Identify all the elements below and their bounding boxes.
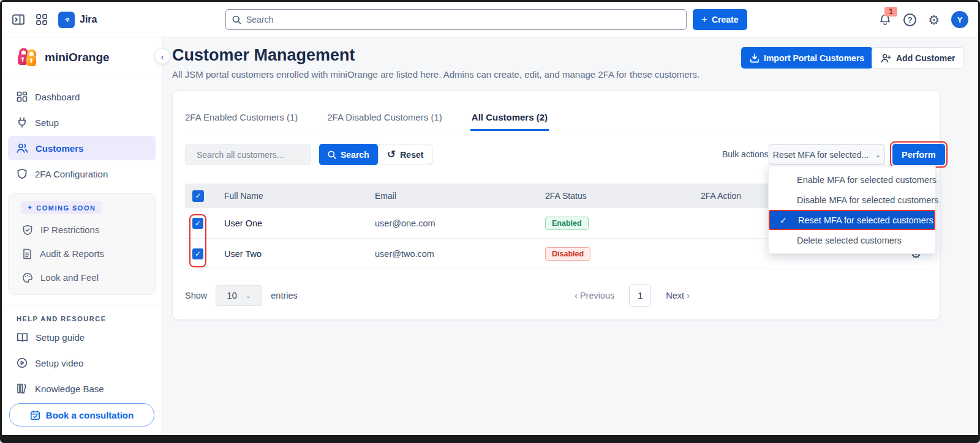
customer-name: User Two xyxy=(217,249,368,259)
perform-button[interactable]: Perform xyxy=(892,144,945,165)
sparkle-icon: ✦ xyxy=(27,204,32,212)
sidebar-item-audit-reports[interactable]: Audit & Reports xyxy=(9,242,155,266)
shield-check-icon xyxy=(22,225,33,236)
calendar-icon xyxy=(30,410,40,420)
shield-icon xyxy=(17,168,28,179)
play-circle-icon xyxy=(17,357,28,368)
page-number-button[interactable]: 1 xyxy=(629,285,651,307)
sidebar-item-label: Look and Feel xyxy=(40,272,99,283)
user-avatar[interactable]: Y xyxy=(951,11,968,28)
create-button[interactable]: + Create xyxy=(693,9,747,30)
x-icon: ✕ xyxy=(691,250,696,258)
column-header-2fa-status: 2FA Status xyxy=(538,191,693,201)
menu-item-reset-mfa[interactable]: ✓ Reset MFA for selected customers xyxy=(769,210,935,230)
sidebar-item-label: Knowledge Base xyxy=(35,384,104,394)
sidebar-item-label: Dashboard xyxy=(35,92,80,102)
page-title: Customer Management xyxy=(172,46,355,65)
sidebar-item-ip-restrictions[interactable]: IP Restrictions xyxy=(9,218,155,242)
sidebar-item-label: IP Restrictions xyxy=(40,225,99,235)
chevron-left-icon: ‹ xyxy=(575,291,578,300)
customer-search-input[interactable] xyxy=(197,150,307,160)
notifications-button[interactable]: 1 xyxy=(878,13,892,26)
select-all-checkbox[interactable]: ✓ xyxy=(192,190,204,202)
jira-home-link[interactable]: » Jira xyxy=(58,12,97,28)
menu-item-disable-mfa[interactable]: Disable MFA for selected customers xyxy=(769,190,935,210)
column-header-full-name: Full Name xyxy=(217,191,368,201)
perform-annotation-highlight: Perform xyxy=(890,141,948,168)
row-checkbox[interactable]: ✓ xyxy=(192,248,203,259)
sidebar-item-customers[interactable]: Customers xyxy=(8,136,156,160)
tab-all-customers[interactable]: All Customers (2) xyxy=(470,108,549,131)
toggle-knob xyxy=(688,225,699,236)
coming-soon-card: ✦ COMING SOON IP Restrictions Audit & Re… xyxy=(8,193,156,295)
brand-header: miniOrange xyxy=(2,37,162,76)
menu-item-enable-mfa[interactable]: Enable MFA for selected customers xyxy=(769,169,935,190)
book-open-icon xyxy=(17,332,28,343)
coming-soon-badge: ✦ COMING SOON xyxy=(21,201,102,214)
help-icon[interactable]: ? xyxy=(903,13,916,26)
app-switcher-icon[interactable] xyxy=(35,13,48,26)
global-search-input[interactable] xyxy=(246,15,680,24)
search-icon xyxy=(328,151,336,159)
bulk-actions-dropdown[interactable]: Reset MFA for selected... ⌄ xyxy=(769,144,885,165)
sidebar-item-label: Setup video xyxy=(35,358,83,368)
reset-button[interactable]: ↺ Reset xyxy=(378,144,432,165)
customer-email: user@one.com xyxy=(368,218,538,228)
sidebar-item-label: 2FA Configuration xyxy=(35,169,108,179)
check-icon: ✓ xyxy=(705,219,710,227)
menu-item-delete-customers[interactable]: Delete selected customers xyxy=(769,230,935,250)
search-button[interactable]: Search xyxy=(319,144,378,165)
customer-search-box[interactable] xyxy=(185,144,311,165)
top-navigation-bar: » Jira + Create 1 ? ⚙ Y xyxy=(2,2,978,37)
import-portal-customers-button[interactable]: Import Portal Customers xyxy=(741,47,873,69)
sidebar-item-label: Setup xyxy=(35,117,59,128)
settings-gear-icon[interactable]: ⚙ xyxy=(928,13,940,26)
add-customer-button[interactable]: Add Customer xyxy=(872,47,964,69)
add-user-icon xyxy=(881,53,891,63)
sidebar-item-label: Audit & Reports xyxy=(40,248,104,259)
divider xyxy=(2,78,162,78)
next-page-button[interactable]: Next › xyxy=(666,291,690,300)
book-consultation-button[interactable]: Book a consultation xyxy=(9,403,154,426)
page-size-select[interactable]: 10 ⌄ xyxy=(216,285,262,306)
brand-name: miniOrange xyxy=(45,51,110,64)
sidebar-item-look-and-feel[interactable]: Look and Feel xyxy=(9,266,155,289)
notification-badge: 1 xyxy=(884,7,897,17)
customers-icon xyxy=(17,143,28,154)
sidebar-toggle-icon[interactable] xyxy=(12,13,25,26)
app-window: » Jira + Create 1 ? ⚙ Y xyxy=(0,0,980,443)
help-section-title: HELP AND RESOURCE xyxy=(17,315,162,322)
show-label: Show xyxy=(185,291,207,300)
sidebar-item-label: Setup guide xyxy=(36,332,85,343)
check-icon: ✓ xyxy=(780,215,787,225)
sidebar-item-setup[interactable]: Setup xyxy=(8,110,156,135)
jira-app-name: Jira xyxy=(80,14,97,25)
search-icon xyxy=(232,15,241,24)
previous-page-button[interactable]: ‹ Previous xyxy=(575,291,614,300)
divider xyxy=(2,305,162,305)
sidebar-collapse-button[interactable]: ‹ xyxy=(154,48,170,64)
sidebar-item-setup-guide[interactable]: Setup guide xyxy=(8,325,156,349)
plus-icon: + xyxy=(701,13,707,26)
status-badge: Enabled xyxy=(545,217,589,230)
toggle-knob xyxy=(702,255,714,267)
chevron-down-icon: ⌄ xyxy=(246,292,251,300)
row-checkbox[interactable]: ✓ xyxy=(192,218,203,229)
sidebar-item-setup-video[interactable]: Setup video xyxy=(8,351,156,375)
sidebar-item-knowledge-base[interactable]: Knowledge Base xyxy=(8,376,156,401)
tab-2fa-enabled-customers[interactable]: 2FA Enabled Customers (1) xyxy=(184,108,299,130)
global-search-box[interactable] xyxy=(225,9,687,30)
entries-label: entries xyxy=(271,291,298,300)
sidebar-item-2fa-configuration[interactable]: 2FA Configuration xyxy=(8,162,156,186)
bulk-actions-label: Bulk actions: xyxy=(722,149,771,159)
pagination-row: Show 10 ⌄ entries ‹ Previous 1 Next › xyxy=(185,285,929,307)
palette-icon xyxy=(22,272,33,283)
books-icon xyxy=(17,383,28,394)
page-subtitle: All JSM portal customers enrolled with m… xyxy=(172,69,699,80)
sidebar: miniOrange Dashboard Setup Customers 2FA… xyxy=(2,37,162,435)
sidebar-item-dashboard[interactable]: Dashboard xyxy=(8,84,156,109)
tab-2fa-disabled-customers[interactable]: 2FA Disabled Customers (1) xyxy=(326,108,443,130)
chevron-down-icon: ⌄ xyxy=(875,151,881,159)
sidebar-item-label: Customers xyxy=(36,143,83,154)
dashboard-icon xyxy=(17,91,28,102)
